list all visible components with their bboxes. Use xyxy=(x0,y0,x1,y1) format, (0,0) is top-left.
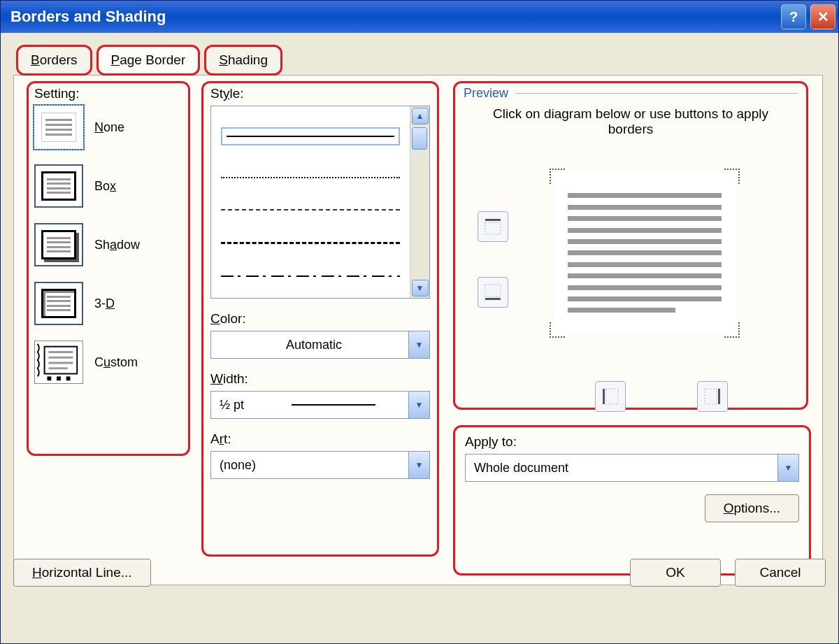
style-listbox[interactable]: ▲ ▼ xyxy=(210,106,430,299)
ok-button[interactable]: OK xyxy=(630,559,721,587)
svg-rect-11 xyxy=(485,285,501,296)
title-bar: Borders and Shading ? ✕ xyxy=(1,1,838,33)
svg-rect-7 xyxy=(66,376,71,380)
border-bottom-button[interactable] xyxy=(478,277,508,308)
border-left-button[interactable] xyxy=(595,381,626,412)
scroll-down-icon[interactable]: ▼ xyxy=(412,280,429,296)
dropdown-arrow-icon: ▼ xyxy=(408,392,429,418)
preview-hint: Click on diagram below or use buttons to… xyxy=(478,106,784,137)
preview-header: Preview xyxy=(464,86,798,101)
width-preview-line xyxy=(292,404,375,406)
window-title: Borders and Shading xyxy=(10,8,166,26)
svg-rect-10 xyxy=(485,298,501,300)
corner-mark-icon xyxy=(724,169,740,184)
setting-custom[interactable]: Custom xyxy=(34,341,182,384)
color-dropdown[interactable]: Automatic ▼ xyxy=(210,331,430,359)
setting-none[interactable]: None xyxy=(34,106,182,149)
dropdown-arrow-icon: ▼ xyxy=(777,455,798,481)
corner-mark-icon xyxy=(724,322,740,338)
scroll-up-icon[interactable]: ▲ xyxy=(412,108,429,124)
setting-shadow-label: Shadow xyxy=(94,238,140,252)
color-value: Automatic xyxy=(220,338,408,352)
setting-label: Setting: xyxy=(34,86,182,101)
svg-rect-5 xyxy=(47,376,51,380)
border-top-button[interactable] xyxy=(478,211,508,242)
style-option-dashed-fine[interactable] xyxy=(221,209,400,210)
apply-to-label: Apply to: xyxy=(465,434,799,450)
svg-rect-9 xyxy=(485,222,501,234)
options-button[interactable]: OOptions...ptions... xyxy=(705,494,799,522)
setting-section: Setting: None Box Shadow 3-D xyxy=(27,81,190,456)
color-label: Color: xyxy=(210,311,430,327)
tab-shading[interactable]: ShadingShading xyxy=(204,45,282,76)
apply-to-section: Apply to: Whole document ▼ OOptions...pt… xyxy=(453,425,811,575)
scroll-thumb[interactable] xyxy=(412,127,427,150)
svg-rect-13 xyxy=(606,389,618,404)
svg-rect-14 xyxy=(718,389,720,404)
corner-mark-icon xyxy=(550,322,565,338)
tab-borders[interactable]: BBordersorders xyxy=(16,45,92,76)
style-rows xyxy=(211,106,410,298)
svg-rect-0 xyxy=(45,347,78,374)
horizontal-line-button[interactable]: Horizontal Line...Horizontal Line... xyxy=(13,559,151,587)
svg-rect-6 xyxy=(57,376,61,380)
dropdown-arrow-icon: ▼ xyxy=(408,331,429,358)
style-scrollbar[interactable]: ▲ ▼ xyxy=(410,106,429,298)
apply-to-value: Whole document xyxy=(474,461,568,475)
preview-label: Preview xyxy=(464,86,508,101)
setting-none-icon xyxy=(34,106,83,149)
art-label: Art: xyxy=(210,431,430,447)
style-option-dotted[interactable] xyxy=(221,177,400,178)
setting-shadow[interactable]: Shadow xyxy=(34,223,182,266)
border-right-button[interactable] xyxy=(697,381,728,412)
setting-custom-icon xyxy=(34,341,83,384)
setting-shadow-icon xyxy=(34,223,83,266)
setting-box-label: Box xyxy=(94,179,116,194)
style-option-dashdot[interactable] xyxy=(221,276,400,277)
art-dropdown[interactable]: (none) ▼ xyxy=(210,451,430,479)
width-label: Width: xyxy=(210,371,430,387)
style-label: Style: xyxy=(210,86,430,101)
cancel-button[interactable]: Cancel xyxy=(735,559,826,587)
corner-mark-icon xyxy=(550,169,565,184)
preview-diagram[interactable] xyxy=(554,173,736,334)
dialog-window: Borders and Shading ? ✕ BBordersorders P… xyxy=(0,0,839,644)
style-option-solid[interactable] xyxy=(227,136,394,137)
setting-box-icon xyxy=(34,164,83,208)
tab-panel: Setting: None Box Shadow 3-D xyxy=(13,75,823,585)
svg-rect-15 xyxy=(705,389,717,404)
width-dropdown[interactable]: ½ pt ▼ xyxy=(210,391,430,419)
setting-custom-label: Custom xyxy=(94,355,138,370)
preview-section: Preview Click on diagram below or use bu… xyxy=(453,81,808,410)
tab-page-border[interactable]: Page BorderPage Border xyxy=(96,45,201,76)
setting-none-label: None xyxy=(94,120,124,135)
setting-3d-icon xyxy=(34,282,83,325)
help-button[interactable]: ? xyxy=(781,4,806,29)
style-option-dashed[interactable] xyxy=(221,242,400,244)
dropdown-arrow-icon: ▼ xyxy=(408,452,429,478)
titlebar-buttons: ? ✕ xyxy=(781,4,836,29)
setting-box[interactable]: Box xyxy=(34,164,182,208)
style-section: Style: ▲ ▼ Color: xyxy=(201,81,439,557)
dialog-button-row: Horizontal Line...Horizontal Line... OK … xyxy=(13,559,826,587)
close-button[interactable]: ✕ xyxy=(810,4,836,29)
setting-3d-label: 3-D xyxy=(94,296,115,311)
art-value: (none) xyxy=(220,458,256,473)
width-value: ½ pt xyxy=(220,398,244,413)
svg-rect-12 xyxy=(603,389,605,404)
setting-3d[interactable]: 3-D xyxy=(34,282,182,325)
dialog-content: BBordersorders Page BorderPage Border Sh… xyxy=(1,33,838,596)
apply-to-dropdown[interactable]: Whole document ▼ xyxy=(465,454,799,482)
svg-rect-8 xyxy=(485,219,501,221)
tab-strip: BBordersorders Page BorderPage Border Sh… xyxy=(13,44,826,75)
preview-area xyxy=(464,148,798,358)
